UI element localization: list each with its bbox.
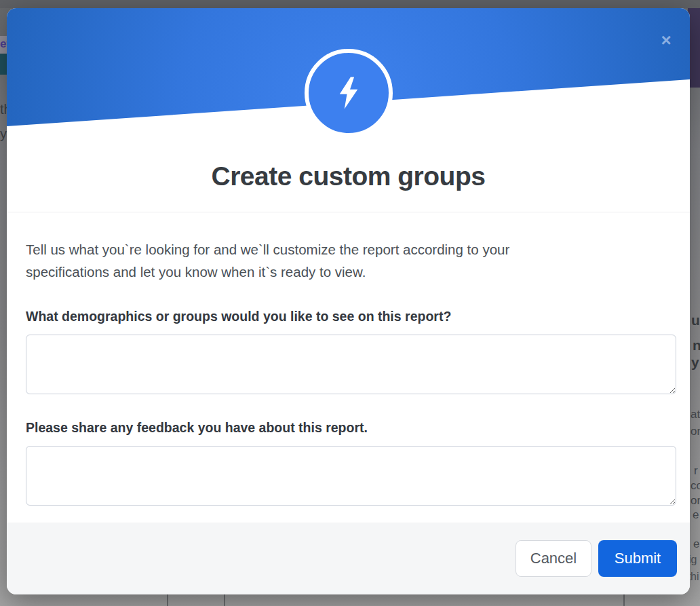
submit-button[interactable]: Submit: [598, 540, 677, 577]
dialog-description: Tell us what you`re looking for and we`l…: [26, 238, 589, 283]
bg-text-fragment: e: [693, 537, 699, 551]
demographics-textarea[interactable]: [26, 335, 676, 394]
lightning-bolt-icon: [305, 49, 393, 137]
bg-text-fragment: at: [691, 408, 700, 421]
feedback-textarea[interactable]: [26, 446, 676, 506]
dialog-title: Create custom groups: [7, 162, 690, 191]
bg-text-fragment: y: [691, 354, 699, 371]
bg-table-line: [623, 594, 625, 606]
dialog-body: Tell us what you`re looking for and we`l…: [7, 212, 690, 523]
background-top-strip: [0, 0, 700, 8]
bg-table-line: [224, 594, 225, 606]
dialog-footer: Cancel Submit: [7, 523, 690, 594]
bg-table-line: [167, 594, 168, 606]
bg-text-fragment: on: [691, 494, 700, 508]
bg-text-fragment: u: [691, 312, 700, 328]
create-custom-groups-dialog: × Create custom groups Tell us what you`…: [7, 8, 690, 594]
bg-text-fragment: co: [691, 479, 700, 493]
feedback-field-label: Please share any feedback you have about…: [26, 420, 676, 436]
bg-text-fragment: on: [691, 425, 700, 438]
background-teal-bar: [0, 54, 7, 75]
close-icon[interactable]: ×: [659, 33, 674, 48]
demographics-field-label: What demographics or groups would you li…: [26, 309, 676, 324]
bg-text-fragment: r: [694, 464, 698, 478]
bg-text-fragment: y: [0, 126, 7, 142]
bg-text-fragment: e: [693, 508, 699, 522]
cancel-button[interactable]: Cancel: [516, 540, 591, 577]
bg-text-fragment: n: [693, 337, 700, 354]
